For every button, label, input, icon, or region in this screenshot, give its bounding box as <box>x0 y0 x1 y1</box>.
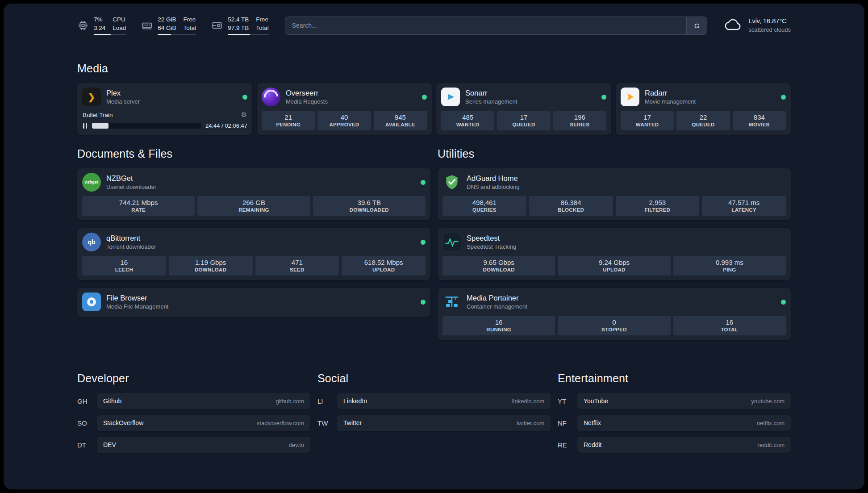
bookmark-github[interactable]: GH Github github.com <box>77 393 310 409</box>
stat-seed: 471 SEED <box>255 256 339 276</box>
service-name: Overseerr <box>286 89 328 97</box>
bookmark-url: github.com <box>275 398 304 405</box>
search-provider-button[interactable]: G <box>686 17 707 34</box>
settings-gear-icon[interactable]: ⚙ <box>241 111 247 119</box>
overseerr-icon <box>262 88 280 106</box>
bookmark-stackoverflow[interactable]: SO StackOverflow stackoverflow.com <box>77 415 310 431</box>
memory-free: 22 GiB <box>158 16 176 24</box>
playback-progress-bar[interactable] <box>92 123 201 129</box>
service-name: Plex <box>106 89 140 97</box>
disk-widget: 52.4 TB 97.9 TB Free Total <box>211 16 269 35</box>
plex-now-playing: Bullet Train ⚙ 24:44 / 02:06:47 <box>82 110 247 129</box>
bookmark-linkedin[interactable]: LI LinkedIn linkedin.com <box>317 393 551 409</box>
qbittorrent-icon: qb <box>82 233 101 251</box>
developer-section-title: Developer <box>77 372 310 385</box>
pause-icon[interactable] <box>82 123 88 129</box>
stat-rate: 744.21 Mbps RATE <box>82 196 195 216</box>
bookmark-name: DEV <box>103 441 116 448</box>
load-label: Load <box>113 24 126 32</box>
stat-blocked: 86,384 BLOCKED <box>529 196 613 216</box>
speedtest-icon <box>442 233 461 251</box>
disk-free: 52.4 TB <box>228 16 249 24</box>
adguard-shield-icon <box>442 173 461 192</box>
status-dot <box>781 95 786 100</box>
service-card-adguard[interactable]: AdGuard Home DNS and adblocking 498,461 … <box>438 168 791 220</box>
stat-download: 9.65 Gbps DOWNLOAD <box>442 256 555 276</box>
stat-remaining: 266 GB REMAINING <box>197 196 310 216</box>
status-dot <box>601 95 606 100</box>
stat-stopped: 0 STOPPED <box>558 316 670 335</box>
bookmark-url: youtube.com <box>751 398 785 405</box>
bookmark-name: StackOverflow <box>103 419 143 426</box>
now-playing-title: Bullet Train <box>83 112 113 118</box>
bookmark-name: YouTube <box>584 397 608 405</box>
service-subtitle: Torrent downloader <box>106 243 156 250</box>
stat-filtered: 2,953 FILTERED <box>616 196 700 216</box>
section-documents: Documents & Files nzbget NZBGet Usenet d… <box>77 147 430 348</box>
top-bar: 7% 3.24 CPU Load <box>77 4 791 29</box>
service-card-qbittorrent[interactable]: qb qBittorrent Torrent downloader 16 LEE… <box>77 228 430 280</box>
disk-values: 52.4 TB 97.9 TB <box>228 16 249 32</box>
service-subtitle: Speedtest Tracking <box>467 243 516 250</box>
service-card-sonarr[interactable]: Sonarr Series management 485 WANTED 17 Q… <box>436 83 611 135</box>
bookmark-reddit[interactable]: RE Reddit reddit.com <box>558 437 791 453</box>
service-name: Sonarr <box>465 89 517 97</box>
bookmark-netflix[interactable]: NF Netflix netflix.com <box>558 415 791 431</box>
bookmark-name: Reddit <box>584 441 601 448</box>
bookmark-dev[interactable]: DT DEV dev.to <box>77 437 310 453</box>
weather-widget: Lviv, 16.87°C scattered clouds <box>723 17 791 34</box>
memory-widget: 22 GiB 64 GiB Free Total <box>141 16 196 35</box>
service-subtitle: Media File Management <box>106 303 168 310</box>
cpu-labels: CPU Load <box>113 16 126 32</box>
dashboard: 7% 3.24 CPU Load <box>4 4 864 489</box>
stat-ping: 0.993 ms PING <box>673 256 786 276</box>
status-dot <box>781 300 786 305</box>
disk-bar <box>228 34 269 35</box>
documents-section-title: Documents & Files <box>77 147 430 160</box>
cpu-label: CPU <box>113 16 126 24</box>
bookmark-twitter[interactable]: TW Twitter twitter.com <box>317 415 551 431</box>
disk-icon <box>211 20 223 31</box>
service-card-overseerr[interactable]: Overseerr Media Requests 21 PENDING 40 A… <box>257 83 432 135</box>
search-input[interactable] <box>285 22 687 29</box>
stat-queued: 17 QUEUED <box>497 111 550 130</box>
nzbget-icon: nzbget <box>82 173 101 192</box>
stat-movies: 834 MOVIES <box>733 111 786 130</box>
stat-queries: 498,461 QUERIES <box>442 196 526 216</box>
sonarr-icon <box>441 88 460 106</box>
bookmark-name: Github <box>103 397 121 405</box>
search-bar: G <box>285 17 708 35</box>
stat-downloaded: 39.6 TB DOWNLOADED <box>313 196 426 216</box>
bookmark-url: netflix.com <box>757 420 785 426</box>
memory-bar <box>158 34 196 35</box>
bookmarks-social: Social LI LinkedIn linkedin.com TW Twitt… <box>317 372 551 459</box>
free-label: Free <box>256 16 269 24</box>
cpu-load-value: 3.24 <box>94 24 105 32</box>
bookmark-url: linkedin.com <box>512 398 544 405</box>
memory-icon <box>141 20 153 31</box>
status-dot <box>421 300 426 305</box>
service-subtitle: Movie management <box>645 98 696 105</box>
stat-running: 16 RUNNING <box>442 316 555 335</box>
service-card-radarr[interactable]: Radarr Movie management 17 WANTED 22 QUE… <box>616 83 791 135</box>
media-section-title: Media <box>77 62 791 75</box>
service-subtitle: Media Requests <box>286 98 328 105</box>
service-name: Speedtest <box>467 234 516 242</box>
bookmark-url: stackoverflow.com <box>257 420 304 426</box>
service-name: NZBGet <box>106 174 156 183</box>
total-label: Total <box>184 24 196 32</box>
filebrowser-icon <box>82 292 101 311</box>
bookmark-name: LinkedIn <box>343 397 367 405</box>
stat-total: 16 TOTAL <box>673 316 786 335</box>
bookmark-youtube[interactable]: YT YouTube youtube.com <box>558 393 791 409</box>
utilities-section-title: Utilities <box>438 147 791 160</box>
service-name: Media Portainer <box>467 294 527 302</box>
service-card-portainer[interactable]: Media Portainer Container management 16 … <box>438 288 791 340</box>
service-card-plex[interactable]: ❯ Plex Media server Bullet Train ⚙ <box>77 83 252 135</box>
service-card-speedtest[interactable]: Speedtest Speedtest Tracking 9.65 Gbps D… <box>438 228 791 280</box>
free-label: Free <box>184 16 196 24</box>
service-card-filebrowser[interactable]: File Browser Media File Management <box>77 288 430 317</box>
bookmarks-entertainment: Entertainment YT YouTube youtube.com NF … <box>558 372 791 459</box>
service-card-nzbget[interactable]: nzbget NZBGet Usenet downloader 744.21 M… <box>77 168 430 220</box>
status-dot <box>421 240 426 245</box>
